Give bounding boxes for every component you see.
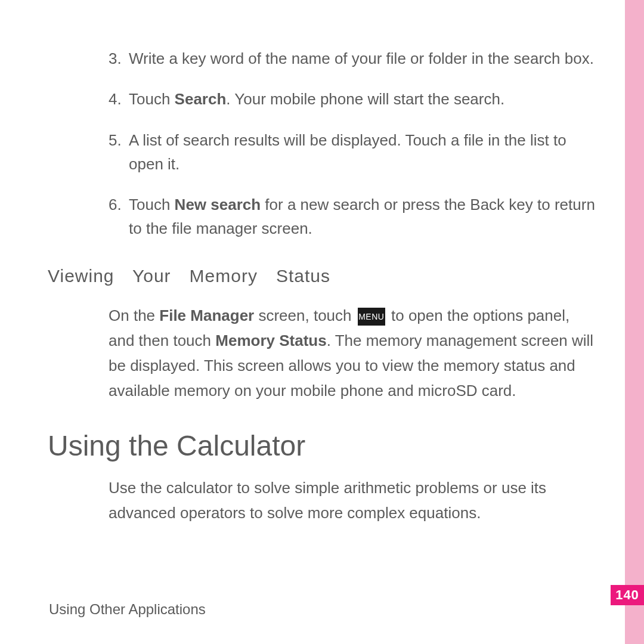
page-content: 3. Write a key word of the name of your … xyxy=(48,47,596,525)
step-number: 6. xyxy=(109,193,129,241)
step-text: A list of search results will be display… xyxy=(129,128,596,177)
bold-search: Search xyxy=(175,90,227,108)
step-4: 4. Touch Search. Your mobile phone will … xyxy=(48,87,596,111)
step-text: Touch New search for a new search or pre… xyxy=(129,193,596,241)
text-span: Touch xyxy=(129,196,175,213)
step-text: Write a key word of the name of your fil… xyxy=(129,47,596,70)
text-span: On the xyxy=(109,306,159,324)
menu-key-icon: MENU xyxy=(358,308,385,326)
footer-chapter-label: Using Other Applications xyxy=(49,601,206,618)
step-5: 5. A list of search results will be disp… xyxy=(48,128,596,177)
step-number: 3. xyxy=(109,47,129,70)
step-number: 4. xyxy=(109,87,129,111)
page-number-badge: 140 xyxy=(611,585,644,605)
bold-new-search: New search xyxy=(175,196,261,213)
text-span: Touch xyxy=(129,90,175,108)
main-paragraph: Use the calculator to solve simple arith… xyxy=(48,475,596,525)
section-heading-memory-status: Viewing Your Memory Status xyxy=(48,266,596,286)
text-span: screen, touch xyxy=(254,306,356,324)
main-heading-calculator: Using the Calculator xyxy=(48,429,596,462)
step-number: 5. xyxy=(109,128,129,177)
step-6: 6. Touch New search for a new search or … xyxy=(48,193,596,241)
bold-memory-status: Memory Status xyxy=(215,332,326,349)
bold-file-manager: File Manager xyxy=(159,306,254,324)
side-accent-bar xyxy=(625,0,644,644)
section-paragraph: On the File Manager screen, touch MENU t… xyxy=(48,303,596,403)
step-text: Touch Search. Your mobile phone will sta… xyxy=(129,87,596,111)
text-span: . Your mobile phone will start the searc… xyxy=(226,90,504,108)
step-3: 3. Write a key word of the name of your … xyxy=(48,47,596,70)
